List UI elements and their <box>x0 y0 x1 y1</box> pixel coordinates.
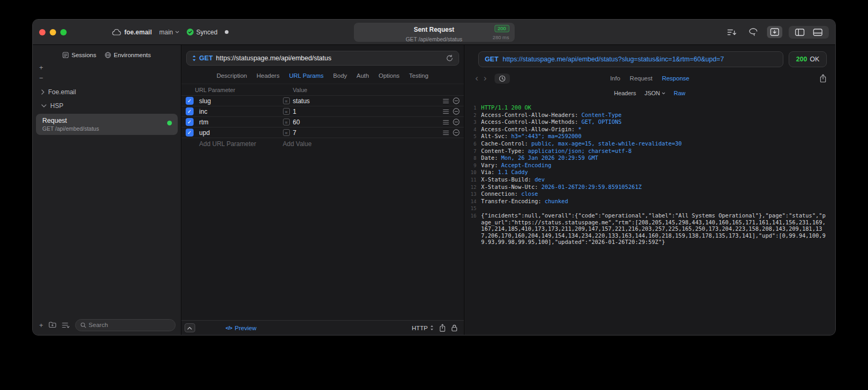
sidebar-toggle-icon[interactable] <box>795 29 805 36</box>
param-value-cell[interactable]: = 7 <box>283 129 435 137</box>
main-content: Sessions Environments + − Fo <box>33 45 835 335</box>
response-line: 2Access-Control-Allow-Headers: Content-T… <box>468 112 827 119</box>
tab-auth[interactable]: Auth <box>357 72 369 79</box>
request-success-dot <box>167 121 172 125</box>
param-value-cell[interactable]: = status <box>283 97 435 105</box>
traffic-lights <box>39 29 67 35</box>
param-enabled-checkbox[interactable]: ✓ <box>186 118 194 126</box>
lasso-icon[interactable] <box>746 26 761 38</box>
lock-icon[interactable] <box>451 324 458 332</box>
sent-request-url-box[interactable]: GET https://statuspage.me/api/embed/stat… <box>478 51 783 67</box>
protocol-selector[interactable]: HTTP <box>412 325 434 331</box>
sync-label: Synced <box>196 29 217 36</box>
subtab-headers[interactable]: Headers <box>614 90 636 96</box>
panel-import-icon[interactable] <box>767 26 782 38</box>
sync-status[interactable]: Synced <box>187 29 217 36</box>
bottom-panel-toggle-icon[interactable] <box>813 29 823 36</box>
tab-response[interactable]: Response <box>662 75 689 81</box>
request-method[interactable]: GET <box>199 55 213 62</box>
remove-item-button[interactable]: − <box>39 75 181 81</box>
response-line: 13Connection: close <box>468 191 827 198</box>
search-box[interactable] <box>75 319 176 331</box>
line-content: Access-Control-Allow-Origin: * <box>481 126 582 133</box>
param-name[interactable]: slug <box>199 97 283 105</box>
minimize-window-button[interactable] <box>50 29 56 35</box>
tab-sessions[interactable]: Sessions <box>62 52 96 58</box>
tab-headers[interactable]: Headers <box>257 72 279 79</box>
sidebar-request-item[interactable]: Request GET /api/embed/status <box>36 114 178 135</box>
param-enabled-checkbox[interactable]: ✓ <box>186 107 194 115</box>
method-stepper-icon[interactable] <box>192 55 196 61</box>
branch-menu[interactable]: main <box>159 29 179 36</box>
tab-body[interactable]: Body <box>333 72 347 79</box>
drag-handle-icon[interactable] <box>443 109 449 114</box>
param-name[interactable]: upd <box>199 129 283 137</box>
remove-param-icon[interactable] <box>453 119 460 125</box>
tab-environments-label: Environments <box>114 52 151 58</box>
tab-description[interactable]: Description <box>216 72 247 79</box>
remove-param-icon[interactable] <box>453 129 460 136</box>
sort-lines-icon[interactable] <box>724 26 739 38</box>
line-content: Content-Type: application/json; charset=… <box>481 148 632 155</box>
tab-options[interactable]: Options <box>379 72 400 79</box>
drag-handle-icon[interactable] <box>443 98 449 104</box>
back-button[interactable]: ‹ <box>473 73 481 84</box>
response-nav-bar: ‹ › InfoRequestResponse <box>464 69 835 87</box>
tab-environments[interactable]: Environments <box>105 52 151 58</box>
preview-button[interactable]: </> Preview <box>226 325 257 331</box>
search-input[interactable] <box>89 322 170 328</box>
drag-handle-icon[interactable] <box>443 130 449 135</box>
chevron-down-icon <box>41 104 47 107</box>
new-folder-icon[interactable] <box>49 322 57 328</box>
tab-testing[interactable]: Testing <box>409 72 428 79</box>
text-type-icon: = <box>283 119 290 125</box>
titlebar-right <box>724 26 829 39</box>
add-value-placeholder[interactable]: Add Value <box>283 140 435 148</box>
view-options-icon[interactable] <box>62 322 70 328</box>
export-response-icon[interactable] <box>819 74 827 83</box>
tab-request[interactable]: Request <box>630 75 653 81</box>
param-name[interactable]: inc <box>199 108 283 115</box>
tab-info[interactable]: Info <box>610 75 620 81</box>
line-number: 11 <box>468 176 481 184</box>
tab-url-params[interactable]: URL Params <box>289 72 323 79</box>
close-window-button[interactable] <box>39 29 45 35</box>
param-value-cell[interactable]: = 1 <box>283 108 435 115</box>
share-icon[interactable] <box>439 324 446 332</box>
account-menu[interactable]: foe.email <box>112 29 152 36</box>
subtab-json[interactable]: JSON <box>644 90 665 96</box>
refresh-icon[interactable] <box>446 55 453 62</box>
zoom-window-button[interactable] <box>60 29 67 35</box>
line-content: Transfer-Encoding: chunked <box>481 198 568 205</box>
remove-param-icon[interactable] <box>453 108 460 115</box>
forward-button[interactable]: › <box>481 73 489 84</box>
add-param-placeholder[interactable]: Add URL Parameter <box>199 140 283 148</box>
add-item-button[interactable]: + <box>39 65 181 70</box>
request-status-pill[interactable]: Sent Request 200 GET /api/embed/status 2… <box>354 23 515 42</box>
param-name[interactable]: rtm <box>199 119 283 126</box>
response-body[interactable]: 1HTTP/1.1 200 OK2Access-Control-Allow-He… <box>464 99 835 335</box>
line-number: 9 <box>468 162 481 169</box>
add-request-button[interactable]: + <box>39 322 43 329</box>
subtab-raw[interactable]: Raw <box>674 90 686 96</box>
tree-item-label: Foe.email <box>48 88 76 96</box>
drag-handle-icon[interactable] <box>443 120 449 125</box>
tree-item-hsp[interactable]: HSP <box>36 99 178 113</box>
request-url-bar[interactable]: GET https://statuspage.me/api/embed/stat… <box>186 51 459 66</box>
check-icon: ✓ <box>187 109 191 114</box>
response-line: 16{"incidents":null,"overall":{"code":"o… <box>468 212 827 246</box>
param-value-cell[interactable]: = 60 <box>283 119 435 126</box>
response-line: 4Access-Control-Allow-Origin: * <box>468 126 827 133</box>
response-tabs: InfoRequestResponse <box>610 75 689 81</box>
param-enabled-checkbox[interactable]: ✓ <box>186 97 194 105</box>
request-url[interactable]: https://statuspage.me/api/embed/status <box>216 55 331 62</box>
tree-item-foe-email[interactable]: Foe.email <box>36 85 178 99</box>
remove-param-icon[interactable] <box>453 97 460 104</box>
param-enabled-checkbox[interactable]: ✓ <box>186 129 194 137</box>
history-button[interactable] <box>495 74 510 84</box>
expand-panel-button[interactable] <box>185 323 195 332</box>
subtab-label: JSON <box>644 90 660 96</box>
sidebar-tools: + − <box>33 60 181 83</box>
line-number: 13 <box>468 191 481 198</box>
request-editor: GET https://statuspage.me/api/embed/stat… <box>181 45 464 335</box>
